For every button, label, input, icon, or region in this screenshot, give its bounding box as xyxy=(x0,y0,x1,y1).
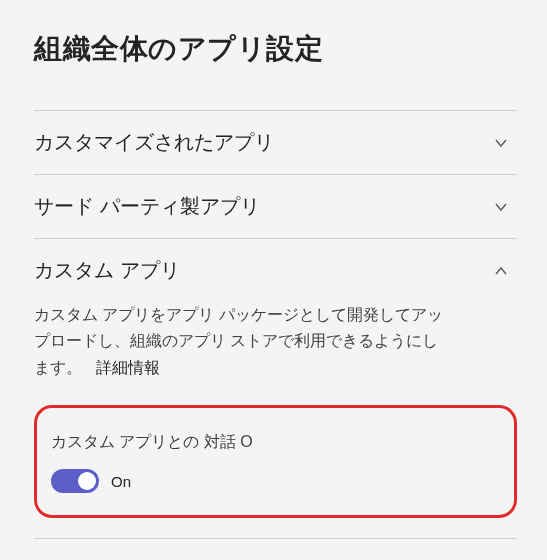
toggle-row: On xyxy=(51,469,494,493)
custom-apps-toggle[interactable] xyxy=(51,469,99,493)
section-title: サード パーティ製アプリ xyxy=(34,193,260,220)
section-customized-apps: カスタマイズされたアプリ xyxy=(34,110,517,174)
more-info-link[interactable]: 詳細情報 xyxy=(96,359,160,376)
toggle-label: カスタム アプリとの 対話 O xyxy=(51,432,494,453)
section-header-custom-apps[interactable]: カスタム アプリ xyxy=(34,239,517,302)
chevron-up-icon xyxy=(491,261,511,281)
section-third-party-apps: サード パーティ製アプリ xyxy=(34,174,517,238)
chevron-down-icon xyxy=(491,197,511,217)
section-custom-apps: カスタム アプリ カスタム アプリをアプリ パッケージとして開発してアップロード… xyxy=(34,238,517,539)
section-body-custom-apps: カスタム アプリをアプリ パッケージとして開発してアップロードし、組織のアプリ … xyxy=(34,302,517,538)
section-title: カスタマイズされたアプリ xyxy=(34,129,274,156)
highlight-box: カスタム アプリとの 対話 O On xyxy=(34,405,517,518)
page-title: 組織全体のアプリ設定 xyxy=(34,30,517,68)
section-header-customized-apps[interactable]: カスタマイズされたアプリ xyxy=(34,111,517,174)
section-description: カスタム アプリをアプリ パッケージとして開発してアップロードし、組織のアプリ … xyxy=(34,302,444,381)
section-header-third-party-apps[interactable]: サード パーティ製アプリ xyxy=(34,175,517,238)
section-title: カスタム アプリ xyxy=(34,257,180,284)
toggle-knob xyxy=(78,472,96,490)
chevron-down-icon xyxy=(491,133,511,153)
toggle-state-label: On xyxy=(111,473,131,490)
